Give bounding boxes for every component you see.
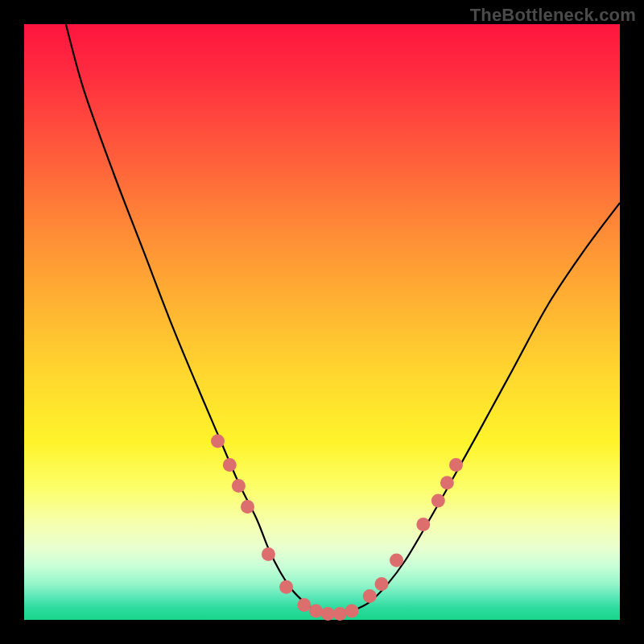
data-marker	[241, 500, 254, 514]
plot-area	[24, 24, 620, 620]
marker-group	[211, 435, 463, 621]
data-marker	[440, 476, 454, 489]
bottleneck-curve	[66, 24, 620, 614]
data-marker	[223, 458, 237, 472]
data-marker	[345, 604, 359, 617]
data-marker	[232, 479, 246, 493]
watermark-text: TheBottleneck.com	[470, 5, 636, 26]
data-marker	[297, 598, 311, 612]
data-marker	[309, 604, 323, 617]
data-marker	[390, 554, 403, 568]
data-marker	[333, 607, 347, 621]
curve-layer	[24, 24, 620, 620]
data-marker	[262, 547, 275, 561]
data-marker	[375, 577, 389, 591]
data-marker	[449, 458, 463, 472]
data-marker	[279, 580, 293, 594]
data-marker	[431, 494, 445, 508]
data-marker	[363, 589, 377, 603]
chart-container: TheBottleneck.com	[0, 0, 644, 644]
curve-path	[66, 24, 620, 614]
data-marker	[211, 435, 225, 448]
data-marker	[321, 607, 335, 621]
data-marker	[416, 518, 430, 531]
